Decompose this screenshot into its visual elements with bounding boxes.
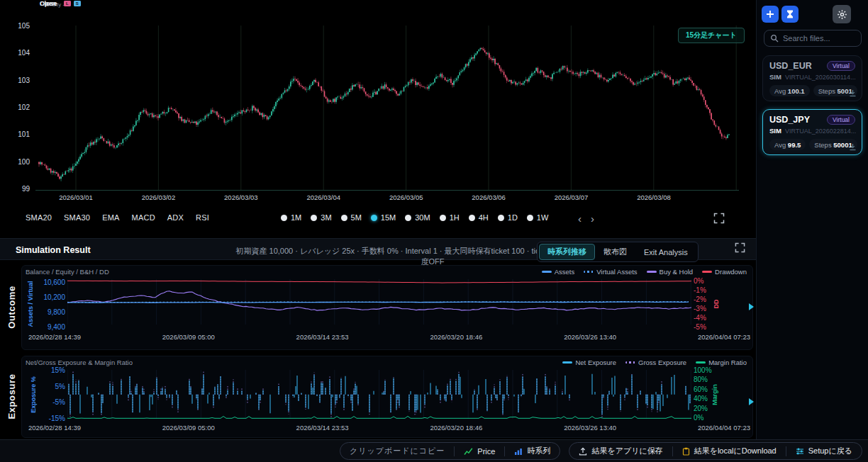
back-to-setup-button[interactable]: Setupに戻る xyxy=(786,443,862,459)
timeframe-label: 15M xyxy=(381,213,396,222)
timeframe-label: 30M xyxy=(415,213,430,222)
legend-swatch-icon xyxy=(702,271,712,273)
exposure-right-axis-label: Margin xyxy=(711,370,718,419)
timeframe-radio[interactable]: 1D xyxy=(498,213,518,222)
indicator-toggle-button[interactable]: ADX xyxy=(167,213,184,222)
outcome-chart-title: Balance / Equity / B&H / DD xyxy=(26,268,109,276)
legend-item[interactable]: Margin Ratio xyxy=(696,359,747,366)
timeframe-chart-badge: 15分足チャート xyxy=(678,28,745,43)
axis-tick: -2% xyxy=(694,295,712,304)
bottom-action-bar: クリップボードにコピー Price 時系列 結果をアプリに保存 結果をlocal… xyxy=(0,439,868,462)
download-icon[interactable] xyxy=(849,143,857,151)
upload-icon xyxy=(579,447,587,456)
file-card-subrow: SIM VIRTUAL_2026022814... xyxy=(769,127,855,135)
price-x-tick: 2026/03/06 xyxy=(460,193,517,201)
timeframe-radio[interactable]: 4H xyxy=(469,213,489,222)
legend-item[interactable]: Gross Exposure xyxy=(625,359,686,366)
file-card[interactable]: USD_EUR Virtual SIM VIRTUAL_2026030114..… xyxy=(762,55,862,101)
indicator-toggle-button[interactable]: RSI xyxy=(196,213,209,222)
radio-dot-icon xyxy=(527,215,533,221)
chart-fullscreen-button[interactable] xyxy=(713,213,725,226)
result-fullscreen-button[interactable] xyxy=(735,242,745,255)
settings-button[interactable] xyxy=(833,5,851,23)
legend-item[interactable]: Drawdown xyxy=(702,268,747,276)
download-icon[interactable] xyxy=(849,89,857,97)
axis-tick: -1% xyxy=(694,286,712,295)
outcome-y-left-ticks: 10,60010,2009,8009,400 xyxy=(35,278,65,332)
legend-swatch-icon xyxy=(696,361,706,364)
axis-tick: -15% xyxy=(41,415,65,423)
radio-dot-icon xyxy=(405,215,411,221)
file-card[interactable]: USD_JPY Virtual SIM VIRTUAL_2026022814..… xyxy=(762,109,862,155)
indicator-toggle-button[interactable]: SMA20 xyxy=(26,213,52,222)
timeframe-radio[interactable]: 30M xyxy=(405,213,430,222)
result-tab[interactable]: 散布図 xyxy=(595,244,635,260)
legend-label: Virtual Assets xyxy=(596,268,637,276)
timeseries-mode-button[interactable]: 時系列 xyxy=(505,443,560,459)
avg-value: 100.1 xyxy=(788,87,805,95)
sim-tag: SIM xyxy=(769,127,781,135)
radio-dot-icon xyxy=(371,215,377,221)
plus-icon xyxy=(765,9,775,19)
timeframe-radio[interactable]: 1M xyxy=(281,213,301,222)
date-tick: 2026/03/20 18:46 xyxy=(430,333,482,341)
date-tick: 2026/02/28 14:39 xyxy=(28,333,81,341)
timeframe-radio[interactable]: 5M xyxy=(341,213,362,222)
timeframe-radio[interactable]: 1H xyxy=(440,213,460,222)
price-x-tick: 2026/03/07 xyxy=(543,193,600,201)
simulation-header: Simulation Result 初期資産 10,000 · レバレッジ 25… xyxy=(0,238,756,260)
axis-tick: -4% xyxy=(694,314,712,322)
result-tab[interactable]: 時系列推移 xyxy=(539,244,595,260)
timeframe-radio[interactable]: 15M xyxy=(371,213,396,222)
price-mode-button[interactable]: Price xyxy=(455,443,504,459)
exposure-x-axis: 2026/02/28 14:392026/03/09 05:002026/03/… xyxy=(28,424,750,432)
save-to-app-button[interactable]: 結果をアプリに保存 xyxy=(569,443,672,459)
timeframe-radio[interactable]: 1W xyxy=(527,213,549,222)
download-local-button[interactable]: 結果をlocalにDownload xyxy=(673,443,786,459)
axis-tick: 9,400 xyxy=(35,323,65,332)
prev-button[interactable]: ‹ xyxy=(578,210,582,227)
search-input[interactable] xyxy=(783,34,854,43)
timeframe-radio[interactable]: 3M xyxy=(311,213,331,222)
history-button[interactable] xyxy=(781,6,799,23)
date-tick: 2026/03/14 23:53 xyxy=(296,424,349,432)
price-x-tick: 2026/03/08 xyxy=(625,193,682,201)
sliders-icon xyxy=(796,447,804,456)
axis-tick: 5% xyxy=(41,383,65,391)
copy-to-clipboard-button[interactable]: クリップボードにコピー xyxy=(340,443,454,459)
legend-item[interactable]: Virtual Assets xyxy=(584,268,637,276)
timeframe-label: 3M xyxy=(321,213,331,222)
virtual-badge: Virtual xyxy=(827,115,855,125)
date-tick: 2026/04/04 07:23 xyxy=(698,424,750,432)
indicator-toggle-button[interactable]: MACD xyxy=(132,213,155,222)
outcome-right-axis-label: DD xyxy=(713,279,720,329)
legend-item[interactable]: Assets xyxy=(542,268,575,276)
outcome-x-axis: 2026/02/28 14:392026/03/09 05:002026/03/… xyxy=(28,333,750,341)
next-button[interactable]: › xyxy=(591,210,594,227)
exposure-expand-caret-icon[interactable] xyxy=(749,398,754,405)
trading-simulator-app: - density - Open L S Close L S 105104103… xyxy=(0,0,868,462)
search-box[interactable] xyxy=(764,30,862,47)
timeframe-radios: 1M 3M 5M 15M 30M xyxy=(281,213,548,222)
exposure-legend: Net Exposure Gross Exposure Margin Ratio xyxy=(562,359,747,366)
result-tab[interactable]: Exit Analysis xyxy=(635,245,696,259)
add-file-button[interactable] xyxy=(762,6,779,23)
exposure-spike-chart[interactable] xyxy=(67,368,691,423)
axis-tick: 10,200 xyxy=(35,293,65,302)
avg-value: 99.5 xyxy=(788,141,801,149)
legend-item[interactable]: Buy & Hold xyxy=(647,268,694,276)
legend-label: Margin Ratio xyxy=(708,359,747,366)
radio-dot-icon xyxy=(311,215,317,221)
search-icon xyxy=(770,34,779,43)
legend-item[interactable]: Net Exposure xyxy=(562,359,616,366)
radio-dot-icon xyxy=(469,215,475,221)
timeframe-label: 1M xyxy=(291,213,301,222)
outcome-expand-caret-icon[interactable] xyxy=(749,303,754,310)
price-y-tick: 100 xyxy=(7,158,30,167)
price-y-tick: 102 xyxy=(7,103,30,112)
outcome-line-chart[interactable] xyxy=(67,279,691,329)
indicator-toggle-button[interactable]: SMA30 xyxy=(64,213,90,222)
back-to-setup-label: Setupに戻る xyxy=(808,446,852,456)
radio-dot-icon xyxy=(341,215,347,221)
indicator-toggle-button[interactable]: EMA xyxy=(102,213,119,222)
